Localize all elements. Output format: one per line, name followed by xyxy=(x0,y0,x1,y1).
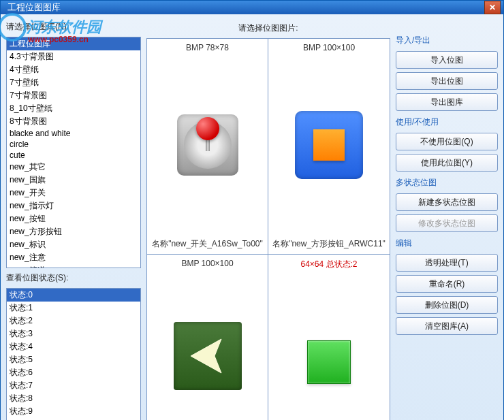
library-item[interactable]: 8_10寸壁纸 xyxy=(7,102,140,115)
state-item[interactable]: 状态:0 xyxy=(7,289,140,302)
import-bitmap-button[interactable]: 导入位图 xyxy=(396,51,498,69)
preview-thumbnail xyxy=(177,52,238,238)
left-column: 请选择位图库(N): 工程位图库4.3寸背景图4寸壁纸7寸壁纸7寸背景图8_10… xyxy=(6,20,141,420)
state-item[interactable]: 状态:2 xyxy=(7,314,140,327)
group-import-export: 导入/导出 导入位图 导出位图 导出图库 xyxy=(396,33,498,111)
svg-marker-0 xyxy=(191,339,221,373)
library-item[interactable]: 7寸背景图 xyxy=(7,89,140,102)
preview-cell[interactable]: 64×64 总状态:2名称"小按钮2_34" xyxy=(268,255,390,421)
group-title-io: 导入/导出 xyxy=(396,33,498,48)
state-item[interactable]: 状态:4 xyxy=(7,340,140,353)
edit-multistate-button: 修改多状态位图 xyxy=(396,214,498,232)
library-item[interactable]: 7寸壁纸 xyxy=(7,76,140,89)
library-item[interactable]: new_管道 xyxy=(7,264,140,268)
delete-bitmap-button[interactable]: 删除位图(D) xyxy=(396,296,498,314)
preview-cell-header: BMP 100×100 xyxy=(181,259,233,268)
export-bitmap-button[interactable]: 导出位图 xyxy=(396,72,498,90)
new-multistate-button[interactable]: 新建多状态位图 xyxy=(396,193,498,211)
library-item[interactable]: 4.3寸背景图 xyxy=(7,50,140,63)
titlebar: 工程位图图库 ✕ xyxy=(1,1,503,14)
preview-thumbnail xyxy=(174,268,242,421)
group-title-use: 使用/不使用 xyxy=(396,115,498,129)
library-listbox[interactable]: 工程位图库4.3寸背景图4寸壁纸7寸壁纸7寸背景图8_10寸壁纸8寸背景图bla… xyxy=(6,37,141,268)
library-item[interactable]: 4寸壁纸 xyxy=(7,63,140,76)
library-item[interactable]: new_方形按钮 xyxy=(7,225,140,238)
library-item[interactable]: cute xyxy=(7,150,140,161)
state-item[interactable]: 状态:5 xyxy=(7,353,140,366)
state-item[interactable]: 状态:1 xyxy=(7,302,140,314)
state-item[interactable]: 状态:6 xyxy=(7,366,140,379)
preview-cell-header: 64×64 总状态:2 xyxy=(300,259,357,270)
state-item[interactable]: 状态:7 xyxy=(7,379,140,392)
rename-button[interactable]: 重命名(R) xyxy=(396,275,498,293)
export-library-button[interactable]: 导出图库 xyxy=(396,93,498,111)
group-title-edit: 编辑 xyxy=(396,236,498,251)
library-item[interactable]: new_注意 xyxy=(7,251,140,264)
square-button-icon xyxy=(295,111,363,179)
transparent-button[interactable]: 透明处理(T) xyxy=(396,254,498,272)
library-item[interactable]: new_按钮 xyxy=(7,212,140,225)
preview-thumbnail xyxy=(307,270,351,421)
use-this-bitmap-button[interactable]: 使用此位图(Y) xyxy=(396,154,498,172)
library-item[interactable]: 8寸背景图 xyxy=(7,115,140,128)
preview-thumbnail xyxy=(295,52,363,238)
state-item[interactable]: 状态:9 xyxy=(7,405,140,418)
clear-library-button[interactable]: 清空图库(A) xyxy=(396,317,498,335)
right-column: 导入/导出 导入位图 导出位图 导出图库 使用/不使用 不使用位图(Q) 使用此… xyxy=(396,20,498,420)
dialog-body: 河东软件园 www.pc0359.cn 请选择位图库(N): 工程位图库4.3寸… xyxy=(1,14,503,420)
window-title: 工程位图图库 xyxy=(3,1,484,14)
small-button-icon xyxy=(307,340,351,384)
state-item[interactable]: 状态:8 xyxy=(7,392,140,405)
preview-label: 请选择位图图片: xyxy=(146,20,390,38)
preview-cell-caption: 名称"new_开关_A16Sw_To00" xyxy=(152,238,263,250)
preview-cell-header: BMP 78×78 xyxy=(186,43,229,52)
state-item[interactable]: 状态:3 xyxy=(7,327,140,340)
preview-cell-caption: 名称"new_方形按钮_ARWC11" xyxy=(272,238,385,250)
dialog-window: 工程位图图库 ✕ 河东软件园 www.pc0359.cn 请选择位图库(N): … xyxy=(0,0,504,420)
library-item[interactable]: new_指示灯 xyxy=(7,199,140,212)
library-item[interactable]: new_开关 xyxy=(7,187,140,199)
group-edit: 编辑 透明处理(T) 重命名(R) 删除位图(D) 清空图库(A) xyxy=(396,236,498,335)
preview-cell-header: BMP 100×100 xyxy=(303,43,355,52)
library-item[interactable]: new_标识 xyxy=(7,238,140,251)
library-item[interactable]: blacke and white xyxy=(7,128,140,139)
group-multistate: 多状态位图 新建多状态位图 修改多状态位图 xyxy=(396,176,498,232)
joystick-icon xyxy=(177,114,238,176)
library-item[interactable]: new_其它 xyxy=(7,161,140,174)
preview-cell[interactable]: BMP 100×100名称"new_方形按钮_ARWC02" xyxy=(147,255,268,421)
library-label: 请选择位图库(N): xyxy=(6,20,141,34)
close-icon[interactable]: ✕ xyxy=(484,1,501,14)
not-use-bitmap-button[interactable]: 不使用位图(Q) xyxy=(396,133,498,150)
library-item[interactable]: circle xyxy=(7,139,140,150)
state-label: 查看位图状态(S): xyxy=(6,271,141,285)
preview-cell[interactable]: BMP 100×100名称"new_方形按钮_ARWC11" xyxy=(268,39,390,255)
preview-grid: BMP 78×78名称"new_开关_A16Sw_To00"BMP 100×10… xyxy=(146,38,390,420)
group-use: 使用/不使用 不使用位图(Q) 使用此位图(Y) xyxy=(396,115,498,172)
library-item[interactable]: new_国旗 xyxy=(7,174,140,187)
state-listbox[interactable]: 状态:0状态:1状态:2状态:3状态:4状态:5状态:6状态:7状态:8状态:9… xyxy=(6,288,141,420)
middle-column: 请选择位图图片: BMP 78×78名称"new_开关_A16Sw_To00"B… xyxy=(146,20,390,420)
library-item[interactable]: 工程位图库 xyxy=(7,37,140,50)
arrow-left-icon xyxy=(174,322,242,390)
group-title-multi: 多状态位图 xyxy=(396,176,498,190)
preview-cell[interactable]: BMP 78×78名称"new_开关_A16Sw_To00" xyxy=(147,39,268,255)
